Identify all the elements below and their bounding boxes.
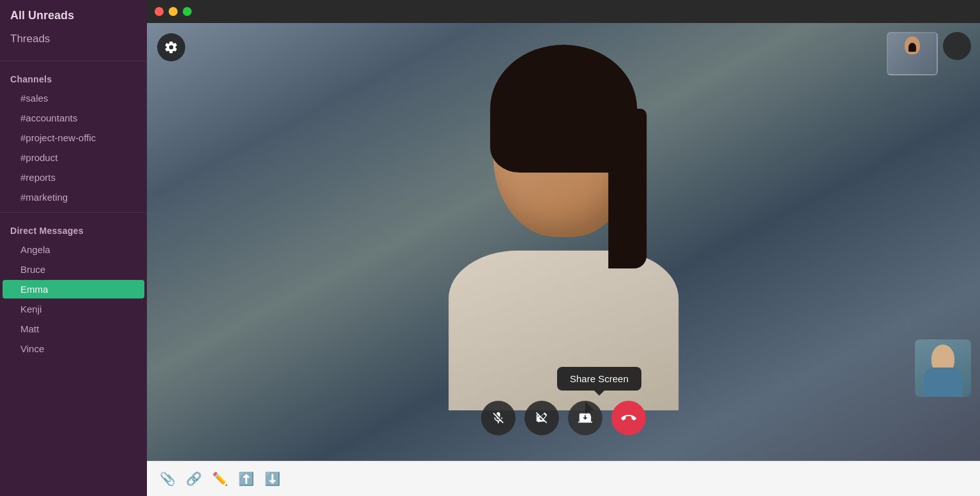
sidebar-threads[interactable]: Threads [0, 26, 147, 56]
share-screen-icon [578, 411, 592, 425]
person-hair [490, 45, 637, 173]
maximize-button[interactable] [183, 7, 192, 16]
video-area: Share Screen [147, 23, 980, 461]
main-video-feed [147, 23, 980, 461]
sidebar-item-vince[interactable]: Vince [3, 339, 144, 358]
video-window: Share Screen [147, 0, 980, 496]
sidebar-item-accountants[interactable]: #accountants [3, 109, 144, 127]
sidebar-item-reports[interactable]: #reports [3, 168, 144, 187]
share-screen-button[interactable] [568, 401, 602, 435]
sidebar-divider-1 [0, 61, 147, 61]
sidebar-all-unreads[interactable]: All Unreads [0, 0, 147, 26]
end-call-icon [621, 410, 636, 426]
sidebar-item-marketing[interactable]: #marketing [3, 188, 144, 206]
mute-button[interactable] [481, 401, 516, 435]
video-toggle-button[interactable] [524, 401, 559, 435]
sidebar-item-kenji[interactable]: Kenji [3, 300, 144, 318]
close-button[interactable] [155, 7, 164, 16]
upload-icon[interactable]: ⬆️ [238, 471, 254, 486]
channels-header: Channels [0, 66, 147, 88]
traffic-lights [155, 7, 192, 16]
pip-person-2-video [915, 339, 971, 397]
sidebar: All Unreads Threads Channels #sales #acc… [0, 0, 147, 496]
microphone-mute-icon [491, 411, 505, 425]
bottom-bar: 📎 🔗 ✏️ ⬆️ ⬇️ [147, 461, 980, 496]
dm-header: Direct Messages [0, 218, 147, 240]
download-icon[interactable]: ⬇️ [264, 471, 280, 486]
pip-second-person[interactable] [915, 339, 971, 397]
minimize-button[interactable] [169, 7, 178, 16]
main-content: Share Screen [147, 0, 980, 496]
gear-icon [164, 40, 178, 54]
sidebar-item-sales[interactable]: #sales [3, 89, 144, 107]
settings-button[interactable] [157, 33, 185, 61]
video-off-icon [535, 411, 549, 425]
pip-thumbnails-top [887, 32, 971, 75]
pip-dark-circle [943, 32, 971, 60]
sidebar-item-product[interactable]: #product [3, 148, 144, 167]
end-call-button[interactable] [611, 401, 646, 435]
person-silhouette [293, 23, 834, 461]
sidebar-item-emma[interactable]: Emma [3, 280, 144, 298]
attachment-icon[interactable]: 📎 [160, 471, 176, 486]
title-bar [147, 0, 980, 23]
sidebar-item-project-new-offic[interactable]: #project-new-offic [3, 128, 144, 147]
pip-self-view[interactable] [887, 32, 938, 75]
sidebar-item-bruce[interactable]: Bruce [3, 260, 144, 279]
sidebar-item-matt[interactable]: Matt [3, 320, 144, 338]
edit-icon[interactable]: ✏️ [212, 471, 228, 486]
call-controls [481, 401, 646, 435]
link-icon[interactable]: 🔗 [186, 471, 202, 486]
person-body [448, 251, 678, 410]
sidebar-item-angela[interactable]: Angela [3, 240, 144, 259]
sidebar-divider-2 [0, 212, 147, 213]
